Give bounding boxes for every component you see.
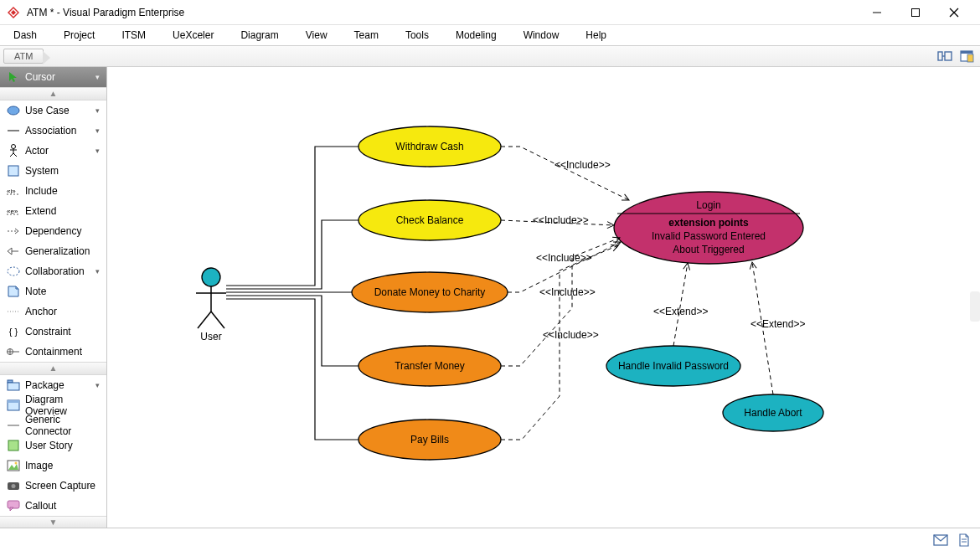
tool-package[interactable]: Package ▾ xyxy=(0,375,106,395)
extend-icon: «e» xyxy=(7,204,20,218)
menu-view[interactable]: View xyxy=(302,28,331,43)
maximize-button[interactable] xyxy=(896,0,935,25)
anchor-icon xyxy=(7,305,20,318)
tool-collaboration[interactable]: Collaboration ▾ xyxy=(0,261,106,281)
usecase-pay[interactable]: Pay Bills xyxy=(358,420,501,460)
include-label-5: <<Include>> xyxy=(543,329,599,341)
svg-line-52 xyxy=(198,312,211,328)
usecase-check[interactable]: Check Balance xyxy=(358,200,501,240)
tool-generalization-label: Generalization xyxy=(25,245,90,257)
menu-team[interactable]: Team xyxy=(351,28,382,43)
menu-project[interactable]: Project xyxy=(60,28,98,43)
tool-dependency[interactable]: Dependency xyxy=(0,221,106,241)
menu-uexceler[interactable]: UeXceler xyxy=(169,28,217,43)
usecase-handle-invalid[interactable]: Handle Invalid Password xyxy=(606,346,740,386)
tool-screen-capture-label: Screen Capture xyxy=(25,480,95,492)
switch-view-icon[interactable] xyxy=(936,48,953,64)
svg-marker-13 xyxy=(9,72,17,82)
svg-text:«e»: «e» xyxy=(7,208,18,215)
close-button[interactable] xyxy=(935,0,973,25)
svg-point-72 xyxy=(723,394,823,431)
usecase-donate[interactable]: Donate Money to Charity xyxy=(352,272,508,312)
usecase-transfer[interactable]: Transfer Money xyxy=(358,346,501,386)
document-icon[interactable] xyxy=(957,533,972,548)
tool-extend[interactable]: «e» Extend xyxy=(0,201,106,221)
associations xyxy=(226,147,366,440)
chevron-down-icon: ▾ xyxy=(95,147,100,155)
user-story-icon xyxy=(7,439,20,452)
diagram-canvas[interactable]: User Withdraw Cash Check Balance xyxy=(107,67,980,528)
titlebar: ATM * - Visual Paradigm Enterprise xyxy=(0,0,980,25)
tool-screen-capture[interactable]: Screen Capture xyxy=(0,476,106,496)
menu-window[interactable]: Window xyxy=(520,28,563,43)
include-links xyxy=(501,147,629,440)
svg-line-76 xyxy=(752,262,773,394)
tool-callout[interactable]: Callout xyxy=(0,496,106,516)
tool-extend-label: Extend xyxy=(25,205,56,217)
svg-point-58 xyxy=(352,272,508,312)
toolbox: Cursor ▾ ▲ Use Case ▾ Association ▾ Acto… xyxy=(0,67,107,528)
tool-include-label: Include xyxy=(25,185,58,197)
svg-rect-7 xyxy=(938,52,942,60)
window-title: ATM * - Visual Paradigm Enterprise xyxy=(27,7,858,18)
menu-dash[interactable]: Dash xyxy=(10,28,40,43)
tool-containment[interactable]: Containment xyxy=(0,342,106,362)
toolbox-collapse-down[interactable]: ▼ xyxy=(0,516,106,528)
dependency-icon xyxy=(7,224,20,238)
svg-rect-11 xyxy=(961,51,972,54)
properties-icon[interactable] xyxy=(958,48,975,64)
usecase-handle-abort[interactable]: Handle Abort xyxy=(723,394,823,431)
tool-system[interactable]: System xyxy=(0,161,106,181)
tool-cursor-label: Cursor xyxy=(25,71,55,83)
svg-rect-39 xyxy=(8,400,19,403)
tool-actor[interactable]: Actor ▾ xyxy=(0,141,106,161)
tool-generic-connector[interactable]: Generic Connector xyxy=(0,415,106,435)
tool-diagram-overview[interactable]: Diagram Overview xyxy=(0,395,106,415)
scroll-hint[interactable] xyxy=(970,291,980,322)
mail-icon[interactable] xyxy=(933,533,948,548)
menu-itsm[interactable]: ITSM xyxy=(118,28,149,43)
chevron-down-icon: ▾ xyxy=(95,106,100,115)
minimize-button[interactable] xyxy=(858,0,896,25)
svg-line-20 xyxy=(13,153,17,157)
usecase-login[interactable]: Login extension points Invalid Password … xyxy=(614,192,803,264)
use-case-icon xyxy=(7,104,20,117)
breadcrumb-item-atm[interactable]: ATM xyxy=(3,49,44,64)
svg-point-64 xyxy=(614,192,803,264)
actor-user[interactable]: User xyxy=(196,268,226,342)
tool-collaboration-label: Collaboration xyxy=(25,265,85,277)
toolbox-sep[interactable]: ▲ xyxy=(0,362,106,375)
tool-association[interactable]: Association ▾ xyxy=(0,121,106,141)
toolbox-collapse-up[interactable]: ▲ xyxy=(0,87,106,100)
svg-point-14 xyxy=(8,106,19,115)
tool-containment-label: Containment xyxy=(25,346,82,358)
menu-modeling[interactable]: Modeling xyxy=(452,28,500,43)
tool-use-case[interactable]: Use Case ▾ xyxy=(0,100,106,121)
screen-capture-icon xyxy=(7,479,20,492)
svg-line-75 xyxy=(673,263,688,346)
image-icon xyxy=(7,459,20,472)
callout-icon xyxy=(7,499,20,512)
tool-note[interactable]: Note xyxy=(0,281,106,301)
svg-rect-37 xyxy=(8,383,19,390)
chevron-down-icon: ▾ xyxy=(95,381,100,389)
tool-image[interactable]: Image xyxy=(0,456,106,476)
svg-marker-78 xyxy=(960,534,968,546)
tool-user-story-label: User Story xyxy=(25,440,73,451)
svg-point-16 xyxy=(12,145,16,149)
menu-tools[interactable]: Tools xyxy=(402,28,432,43)
tool-include[interactable]: «i» Include xyxy=(0,181,106,201)
include-label-2: <<Include>> xyxy=(533,214,589,226)
collaboration-icon xyxy=(7,265,20,278)
usecase-withdraw[interactable]: Withdraw Cash xyxy=(358,126,501,167)
tool-generalization[interactable]: Generalization xyxy=(0,241,106,261)
include-icon: «i» xyxy=(7,184,20,198)
tool-constraint[interactable]: { } Constraint xyxy=(0,322,106,342)
tool-cursor[interactable]: Cursor ▾ xyxy=(0,67,106,87)
tool-user-story[interactable]: User Story xyxy=(0,435,106,456)
menu-diagram[interactable]: Diagram xyxy=(237,28,281,43)
svg-point-60 xyxy=(358,346,501,386)
generic-connector-icon xyxy=(7,419,20,432)
tool-anchor[interactable]: Anchor xyxy=(0,301,106,322)
menu-help[interactable]: Help xyxy=(582,28,610,43)
